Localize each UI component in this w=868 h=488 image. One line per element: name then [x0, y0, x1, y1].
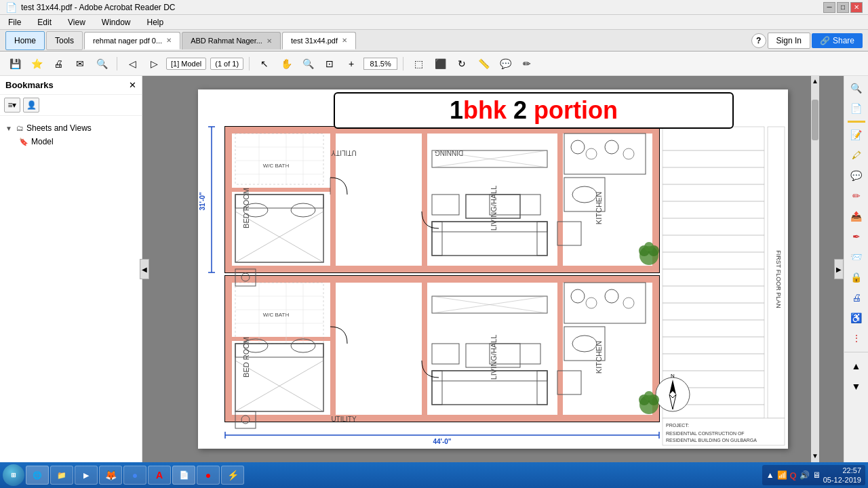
svg-text:LIVING/HALL: LIVING/HALL	[490, 186, 498, 231]
taskbar-app1[interactable]: ●	[197, 466, 220, 485]
scroll-mode[interactable]: ⬚	[409, 54, 428, 73]
protect-tool[interactable]: 🔒	[847, 268, 866, 287]
svg-rect-14	[225, 415, 659, 422]
taskbar-pdf[interactable]: 📄	[172, 466, 195, 485]
fill-sign-tool[interactable]: ✒	[847, 227, 866, 246]
tray-q[interactable]: Q	[790, 470, 797, 481]
panel-tree: ▼ 🗂 Sheets and Views 🔖 Model	[0, 116, 142, 462]
close-tab-rehmat[interactable]: ✕	[166, 37, 172, 44]
accessibility-tool[interactable]: ♿	[847, 308, 866, 327]
rotate-view[interactable]: ↻	[452, 54, 471, 73]
sign-in-button[interactable]: Sign In	[768, 33, 810, 49]
scroll-bar[interactable]: ▲ ▼	[811, 76, 819, 462]
tab-rehmat[interactable]: rehmat nager pdf 0... ✕	[84, 32, 180, 49]
taskbar-media[interactable]: ▶	[75, 466, 98, 485]
comment-tool[interactable]: 💬	[496, 54, 515, 73]
bhk-label: 1bhk 2 portion	[450, 96, 618, 124]
page-tool[interactable]: 📄	[847, 99, 866, 118]
taskbar-chrome[interactable]: ●	[123, 466, 146, 485]
svg-rect-6	[330, 127, 336, 272]
more-tools[interactable]: ⋮	[847, 329, 866, 348]
tray-display[interactable]: 🖥	[812, 470, 821, 480]
taskbar: ⊞ 🌐 📁 ▶ 🦊 ● A 📄 ● ⚡ ▲ 📶 Q 🔊 🖥 22:57 05-1…	[0, 462, 868, 488]
close-button[interactable]: ✕	[850, 2, 863, 13]
bhk-black2: 2	[513, 96, 534, 124]
app1-icon: ●	[203, 470, 214, 481]
tab-test[interactable]: test 31x44.pdf ✕	[282, 32, 356, 49]
menu-view[interactable]: View	[65, 16, 88, 28]
close-tab-test[interactable]: ✕	[342, 37, 347, 44]
bookmark-icon: 🔖	[19, 138, 28, 146]
taskbar-folder[interactable]: 📁	[50, 466, 73, 485]
zoom-in-button[interactable]: +	[342, 54, 361, 73]
zoom-out-button[interactable]: 🔍	[298, 54, 317, 73]
menu-file[interactable]: File	[5, 16, 24, 28]
start-button[interactable]: ⊞	[3, 464, 24, 486]
right-scroll-down[interactable]: ▼	[847, 377, 866, 396]
scroll-down[interactable]: ▼	[812, 452, 818, 460]
tab-tools[interactable]: Tools	[46, 31, 83, 50]
app-icon: 📄	[5, 2, 17, 13]
help-button[interactable]: ?	[751, 33, 766, 48]
right-scroll-up[interactable]: ▲	[847, 357, 866, 375]
highlight-tool[interactable]: 🖍	[847, 146, 866, 165]
svg-rect-15	[330, 276, 336, 422]
maximize-button[interactable]: □	[837, 2, 849, 13]
title-bar: 📄 test 31x44.pdf - Adobe Acrobat Reader …	[0, 0, 868, 15]
search-button[interactable]: 🔍	[92, 54, 111, 73]
panel-view-toggle[interactable]: ≡▾	[4, 98, 20, 113]
panel-search-btn[interactable]: 👤	[23, 98, 39, 113]
hand-tool[interactable]: ✋	[277, 54, 296, 73]
menu-help[interactable]: Help	[144, 16, 167, 28]
close-tab-abd[interactable]: ✕	[267, 37, 272, 45]
media-icon: ▶	[81, 470, 92, 481]
scroll-up[interactable]: ▲	[810, 76, 820, 86]
menu-edit[interactable]: Edit	[35, 16, 54, 28]
taskbar-app2[interactable]: ⚡	[221, 466, 244, 485]
tray-arrow[interactable]: ▲	[766, 470, 774, 480]
export-tool[interactable]: 📤	[847, 207, 866, 226]
panel-close-button[interactable]: ✕	[129, 80, 136, 90]
svg-text:N: N	[671, 373, 675, 379]
tree-model[interactable]: 🔖 Model	[3, 135, 139, 148]
svg-text:44'-0": 44'-0"	[433, 438, 451, 445]
next-page-button[interactable]: ▷	[144, 54, 163, 73]
print-button[interactable]: 🖨	[49, 54, 68, 73]
annotation-tool[interactable]: 📝	[847, 125, 866, 144]
send-tool[interactable]: 📨	[847, 247, 866, 266]
zoom-fit[interactable]: ⊡	[320, 54, 339, 73]
minimize-button[interactable]: ─	[823, 2, 835, 13]
share-button[interactable]: 🔗 Share	[812, 33, 863, 48]
pdf-area: 1bhk 2 portion	[142, 76, 844, 462]
scroll-thumb[interactable]	[812, 100, 818, 140]
save-button[interactable]: 💾	[5, 54, 24, 73]
tree-sheets-views[interactable]: ▼ 🗂 Sheets and Views	[3, 121, 139, 135]
prev-page-button[interactable]: ◁	[123, 54, 142, 73]
collapse-left-panel[interactable]: ◀	[140, 259, 149, 279]
tab-abd[interactable]: ABD Rahmat Nager... ✕	[182, 32, 281, 49]
draw-tool[interactable]: ✏	[517, 54, 536, 73]
share-icon: 🔗	[820, 36, 830, 45]
tab-home[interactable]: Home	[5, 31, 45, 50]
tab-label-test: test 31x44.pdf	[291, 37, 338, 45]
email-button[interactable]: ✉	[71, 54, 90, 73]
edit-tool[interactable]: ✏	[847, 186, 866, 205]
pdf-icon: 📄	[178, 470, 189, 481]
taskbar-acrobat[interactable]: A	[148, 466, 171, 485]
select-tool[interactable]: ↖	[255, 54, 274, 73]
tray-network[interactable]: 📶	[777, 470, 787, 480]
fit-page[interactable]: ⬛	[431, 54, 450, 73]
svg-text:FIRST FLOOR PLAN: FIRST FLOOR PLAN	[775, 250, 782, 308]
svg-rect-96	[663, 127, 764, 418]
tray-volume[interactable]: 🔊	[800, 470, 810, 480]
taskbar-ie[interactable]: 🌐	[26, 466, 49, 485]
menu-window[interactable]: Window	[99, 16, 134, 28]
bookmark-button[interactable]: ⭐	[27, 54, 46, 73]
share-label: Share	[833, 36, 854, 45]
collapse-right-panel[interactable]: ▶	[834, 259, 844, 279]
print-right-tool[interactable]: 🖨	[847, 288, 866, 307]
zoom-tool[interactable]: 🔍	[847, 79, 866, 98]
comment-tool-r[interactable]: 💬	[847, 166, 866, 185]
ruler-tool[interactable]: 📏	[474, 54, 493, 73]
taskbar-firefox[interactable]: 🦊	[99, 466, 122, 485]
